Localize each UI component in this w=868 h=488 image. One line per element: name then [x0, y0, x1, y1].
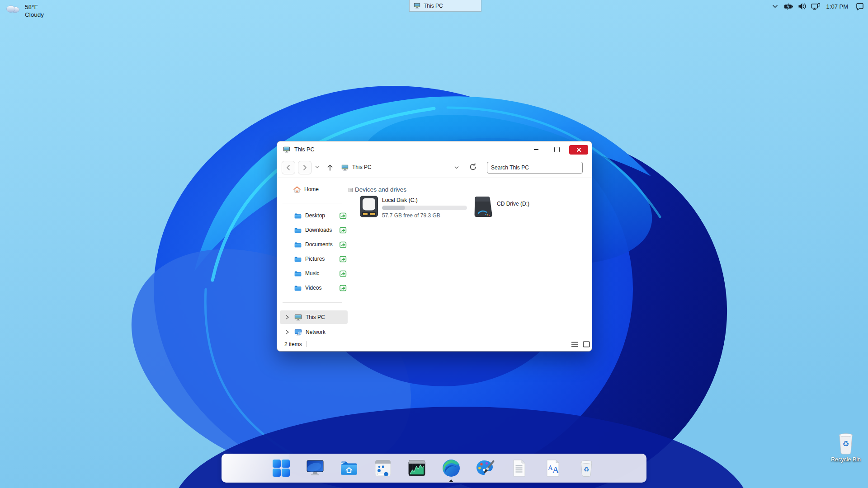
window-controls [528, 141, 588, 158]
font-viewer-icon: A A [543, 458, 563, 478]
taskbar-item-recycle-bin[interactable]: ♻ [576, 458, 596, 478]
taskbar-item-quick-settings[interactable] [373, 458, 393, 478]
home-icon [293, 186, 301, 193]
edge-icon [441, 458, 461, 478]
taskbar-item-font-viewer[interactable]: A A [543, 458, 563, 478]
address-chevron-icon[interactable] [454, 166, 459, 169]
drive-usage-bar [382, 206, 467, 210]
folder-icon [294, 227, 302, 233]
quick-settings-icon [373, 458, 393, 478]
address-breadcrumb[interactable]: This PC [352, 164, 372, 170]
maximize-icon [554, 147, 560, 152]
refresh-icon [469, 163, 477, 171]
window-title: This PC [294, 146, 314, 153]
group-collapse-icon[interactable] [349, 188, 353, 192]
details-view-button[interactable] [571, 341, 579, 348]
svg-text:♻: ♻ [842, 439, 849, 448]
battery-icon[interactable] [784, 2, 793, 11]
status-bar: 2 items [277, 338, 592, 351]
volume-icon[interactable] [797, 2, 807, 11]
refresh-button[interactable] [469, 163, 477, 171]
share-arrow-icon[interactable] [340, 226, 347, 234]
share-arrow-icon[interactable] [340, 270, 347, 277]
taskbar-item-paint[interactable] [475, 458, 495, 478]
address-location-icon [341, 164, 349, 171]
back-button[interactable] [282, 161, 295, 174]
window-icon [283, 146, 290, 153]
group-header[interactable]: Devices and drives [355, 186, 406, 193]
windows-start-icon [271, 458, 291, 478]
weather-temperature: 58°F [25, 3, 44, 11]
hard-disk-icon [359, 196, 378, 217]
sidebar-item-pictures[interactable]: Pictures [280, 253, 348, 265]
paint-icon [475, 458, 495, 478]
forward-icon [301, 164, 309, 172]
taskbar-item-file-explorer[interactable] [339, 458, 359, 478]
close-button[interactable] [569, 145, 588, 155]
search-input[interactable] [487, 162, 583, 174]
this-pc-icon [414, 3, 420, 9]
folder-icon [294, 271, 302, 277]
weather-widget[interactable]: 58°F Cloudy [5, 3, 44, 19]
sidebar-item-music[interactable]: Music [280, 267, 348, 280]
taskbar-item-notepad[interactable] [509, 458, 529, 478]
history-chevron-icon[interactable] [315, 165, 320, 169]
file-explorer-icon [339, 458, 359, 478]
sidebar-item-videos[interactable]: Videos [280, 282, 348, 294]
edge-running-indicator [449, 479, 453, 482]
minimize-icon [534, 149, 538, 150]
notepad-icon [509, 458, 529, 478]
svg-text:♻: ♻ [584, 466, 590, 473]
up-button[interactable] [323, 161, 337, 174]
folder-icon [294, 242, 302, 248]
file-explorer-window: This PC This PC [277, 141, 592, 352]
task-manager-icon [407, 458, 427, 478]
close-icon [576, 147, 581, 152]
expand-chevron-icon[interactable] [284, 329, 290, 335]
taskbar-dock: A A ♻ [222, 454, 646, 483]
share-arrow-icon[interactable] [340, 284, 347, 291]
forward-button[interactable] [298, 161, 311, 174]
share-arrow-icon[interactable] [340, 241, 347, 248]
notifications-icon[interactable] [855, 2, 864, 11]
folder-icon [294, 285, 302, 291]
taskbar-window-label: This PC [424, 3, 443, 9]
sidebar-item-desktop[interactable]: Desktop [280, 209, 348, 222]
sidebar-divider [283, 203, 342, 203]
network-icon[interactable] [811, 2, 821, 11]
drive-name: Local Disk (C:) [382, 197, 418, 203]
clock[interactable]: 1:07 PM [826, 3, 848, 10]
folder-icon [294, 256, 302, 262]
this-pc-icon [294, 314, 302, 321]
large-icons-view-button[interactable] [583, 341, 591, 348]
cloud-icon [5, 3, 21, 14]
recycle-bin-icon: ♻ [835, 431, 857, 455]
tray-chevron-icon[interactable] [770, 2, 780, 11]
drive-free-space: 57.7 GB free of 79.3 GB [382, 212, 440, 219]
large-icons-view-icon [583, 341, 590, 347]
desktop-icon-label: Recycle Bin [831, 456, 861, 463]
sidebar-item-documents[interactable]: Documents [280, 238, 348, 251]
sidebar-item-home[interactable]: Home [280, 183, 348, 196]
minimize-button[interactable] [528, 144, 545, 155]
share-arrow-icon[interactable] [340, 255, 347, 263]
desktop-icon [305, 458, 325, 478]
taskbar-item-edge[interactable] [441, 458, 461, 478]
recycle-bin-icon: ♻ [576, 458, 596, 478]
cd-drive-icon [472, 196, 493, 218]
sidebar-item-downloads[interactable]: Downloads [280, 224, 348, 236]
drive-name: CD Drive (D:) [497, 201, 529, 207]
taskbar-item-task-manager[interactable] [407, 458, 427, 478]
taskbar-item-desktop[interactable] [305, 458, 325, 478]
sidebar-item-this-pc[interactable]: This PC [280, 310, 348, 324]
system-tray: 1:07 PM [770, 0, 864, 13]
expand-chevron-icon[interactable] [284, 314, 290, 320]
taskbar-window-button[interactable]: This PC [409, 0, 481, 12]
start-button[interactable] [271, 458, 291, 478]
desktop-icon-recycle-bin[interactable]: ♻ Recycle Bin [830, 431, 862, 463]
network-icon [294, 329, 302, 336]
maximize-button[interactable] [548, 144, 566, 155]
details-view-icon [571, 341, 578, 347]
sidebar-item-network[interactable]: Network [280, 325, 348, 339]
share-arrow-icon[interactable] [340, 212, 347, 219]
